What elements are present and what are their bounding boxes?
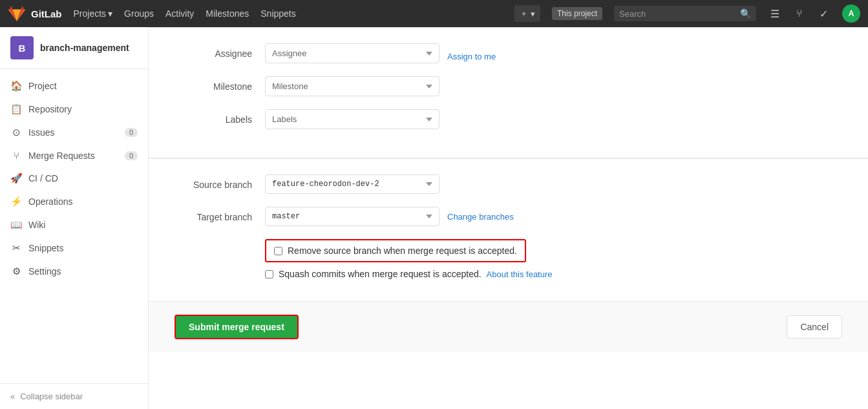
- nav-activity[interactable]: Activity: [165, 8, 194, 19]
- sidebar-item-settings[interactable]: ⚙ Settings: [0, 260, 148, 283]
- merge-requests-badge: 0: [125, 151, 138, 160]
- sidebar-item-label: Operations: [28, 196, 72, 207]
- snippets-icon: ✂: [10, 242, 22, 254]
- squash-commits-checkbox[interactable]: [265, 270, 273, 278]
- assignee-row: Assignee Assignee Assign to me: [175, 43, 842, 63]
- gitlab-logo-link[interactable]: GitLab: [8, 5, 62, 23]
- sidebar-item-label: Wiki: [28, 220, 45, 230]
- issues-badge: 0: [125, 128, 138, 137]
- search-icon: 🔍: [740, 8, 751, 19]
- branch-section: Source branch feature-cheorodon-dev-2 Ta…: [149, 158, 868, 301]
- about-this-feature-link[interactable]: About this feature: [487, 269, 553, 279]
- add-button[interactable]: ＋ ▾: [514, 5, 540, 22]
- collapse-sidebar-button[interactable]: « Collapse sidebar: [0, 383, 148, 409]
- sidebar-item-label: Snippets: [28, 243, 63, 253]
- squash-commits-row: Squash commits when merge request is acc…: [175, 269, 842, 279]
- sidebar-item-label: Settings: [28, 266, 61, 277]
- project-avatar: B: [10, 36, 34, 59]
- remove-source-branch-checkbox[interactable]: [274, 247, 282, 255]
- top-navigation: GitLab Projects ▾ Groups Activity Milest…: [0, 0, 868, 27]
- search-input[interactable]: [619, 9, 736, 19]
- project-name: branch-management: [40, 43, 129, 53]
- issues-icon: ⊙: [10, 127, 22, 138]
- sidebar-item-repository[interactable]: 📋 Repository: [0, 98, 148, 121]
- search-scope-label[interactable]: This project: [552, 7, 602, 20]
- assignee-label: Assignee: [175, 43, 265, 59]
- submit-merge-request-button[interactable]: Submit merge request: [175, 315, 299, 339]
- sidebar-item-issues[interactable]: ⊙ Issues 0: [0, 121, 148, 144]
- target-branch-row: Target branch master Change branches: [175, 207, 842, 226]
- sidebar-item-ci-cd[interactable]: 🚀 CI / CD: [0, 167, 148, 190]
- operations-icon: ⚡: [10, 196, 22, 207]
- assignee-select[interactable]: Assignee: [265, 43, 439, 63]
- form-actions: Submit merge request Cancel: [149, 301, 868, 352]
- milestone-row: Milestone Milestone: [175, 76, 842, 96]
- cancel-button[interactable]: Cancel: [787, 315, 842, 339]
- search-container: 🔍: [614, 6, 756, 21]
- sidebar-item-project[interactable]: 🏠 Project: [0, 74, 148, 98]
- sidebar-item-label: Repository: [28, 104, 72, 114]
- settings-icon: ⚙: [10, 266, 22, 277]
- collapse-icon: «: [10, 392, 15, 401]
- sidebar-nav-list: 🏠 Project 📋 Repository ⊙ Issues 0 ⑂ Merg…: [0, 69, 148, 383]
- remove-source-branch-container: Remove source branch when merge request …: [265, 239, 526, 262]
- nav-groups[interactable]: Groups: [124, 8, 154, 19]
- sidebar-item-label: Merge Requests: [28, 151, 95, 161]
- repository-icon: 📋: [10, 103, 22, 115]
- merge-request-icon[interactable]: ⑂: [794, 5, 805, 22]
- target-branch-label: Target branch: [175, 207, 265, 222]
- sidebar-item-label: CI / CD: [28, 173, 58, 184]
- sidebar-item-wiki[interactable]: 📖 Wiki: [0, 213, 148, 236]
- wiki-icon: 📖: [10, 219, 22, 231]
- sidebar-project-header[interactable]: B branch-management: [0, 27, 148, 69]
- user-avatar[interactable]: A: [842, 5, 860, 23]
- issues-icon[interactable]: ✓: [817, 5, 831, 23]
- sidebar-item-snippets[interactable]: ✂ Snippets: [0, 236, 148, 260]
- labels-label: Labels: [175, 109, 265, 125]
- sidebar-item-label: Project: [28, 81, 57, 91]
- milestone-label: Milestone: [175, 76, 265, 92]
- milestone-select[interactable]: Milestone: [265, 76, 439, 96]
- source-branch-label: Source branch: [175, 174, 265, 190]
- squash-commits-label[interactable]: Squash commits when merge request is acc…: [279, 269, 482, 279]
- assign-to-me-link[interactable]: Assign to me: [447, 46, 496, 61]
- collapse-label: Collapse sidebar: [20, 392, 83, 401]
- nav-milestones[interactable]: Milestones: [206, 8, 249, 19]
- nav-snippets[interactable]: Snippets: [260, 8, 295, 19]
- labels-select[interactable]: Labels: [265, 109, 439, 129]
- remove-source-branch-label[interactable]: Remove source branch when merge request …: [288, 246, 517, 256]
- todo-icon[interactable]: ☰: [768, 5, 782, 23]
- change-branches-link[interactable]: Change branches: [447, 212, 514, 222]
- source-branch-select[interactable]: feature-cheorodon-dev-2: [265, 174, 439, 194]
- source-branch-row: Source branch feature-cheorodon-dev-2: [175, 174, 842, 194]
- gitlab-brand-label: GitLab: [31, 8, 62, 19]
- merge-requests-icon: ⑂: [10, 150, 22, 161]
- main-content: Assignee Assignee Assign to me Milestone…: [149, 27, 868, 409]
- sidebar-item-operations[interactable]: ⚡ Operations: [0, 190, 148, 213]
- ci-cd-icon: 🚀: [10, 173, 22, 184]
- nav-projects[interactable]: Projects ▾: [74, 8, 113, 19]
- sidebar-item-label: Issues: [28, 127, 54, 138]
- assignee-section: Assignee Assignee Assign to me Milestone…: [149, 27, 868, 158]
- sidebar: B branch-management 🏠 Project 📋 Reposito…: [0, 27, 149, 409]
- labels-row: Labels Labels: [175, 109, 842, 129]
- home-icon: 🏠: [10, 80, 22, 92]
- sidebar-item-merge-requests[interactable]: ⑂ Merge Requests 0: [0, 144, 148, 167]
- target-branch-select[interactable]: master: [265, 207, 439, 226]
